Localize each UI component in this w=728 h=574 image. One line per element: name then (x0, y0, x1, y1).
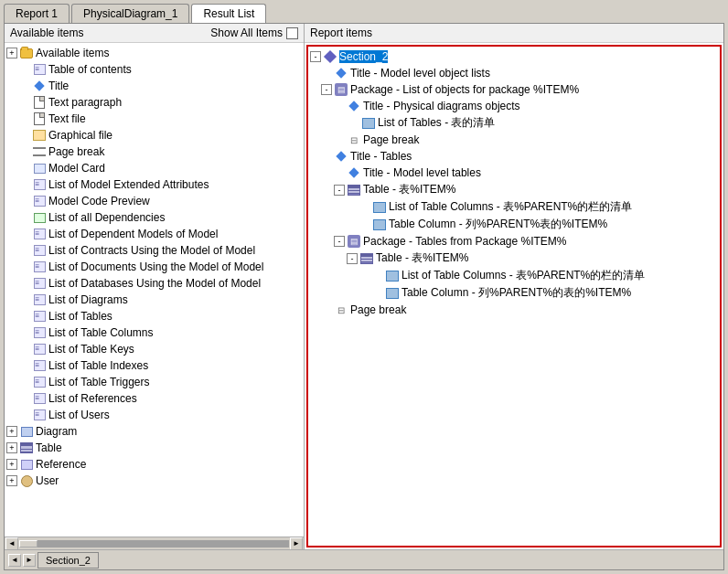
expand-icon[interactable]: - (310, 51, 321, 62)
expand-icon[interactable]: - (321, 84, 332, 95)
list-item[interactable]: List of Dependent Models of Model (5, 226, 304, 242)
list-item[interactable]: List of Users (5, 407, 304, 423)
table-icon (347, 183, 361, 197)
list-item[interactable]: List of Contracts Using the Model of Mod… (5, 242, 304, 259)
left-panel-header: Available items Show All Items (5, 24, 304, 43)
expand-icon[interactable]: - (347, 253, 358, 264)
list-item[interactable]: ⊟ Page break (308, 132, 720, 148)
expand-icon[interactable]: + (6, 48, 17, 58)
item-label: List of Databases Using the Model of Mod… (48, 277, 261, 290)
list-item[interactable]: Title - Model level object lists (308, 65, 720, 81)
scroll-thumb[interactable] (19, 540, 37, 547)
list-item[interactable]: Page break (5, 144, 304, 160)
list-item[interactable]: Table Column - 列%PARENT%的表的%ITEM% (308, 284, 720, 302)
list-item[interactable]: Table of contents (5, 61, 304, 78)
list-item[interactable]: - Table - 表%ITEM% (308, 181, 720, 198)
diagram-icon (19, 424, 34, 439)
tab-physical-diagram[interactable]: PhysicalDiagram_1 (71, 4, 189, 23)
folder-icon (19, 46, 34, 60)
list-icon (32, 309, 47, 324)
list-item[interactable]: List of Table Keys (5, 341, 304, 357)
expand-icon[interactable]: + (6, 426, 17, 437)
item-label: Table Column - 列%PARENT%的表的%ITEM% (401, 285, 631, 301)
left-scroll-bar[interactable]: ◄ ► (5, 537, 304, 549)
show-all-items-checkbox[interactable] (286, 27, 298, 39)
list-icon (32, 391, 47, 406)
item-label: Table - 表%ITEM% (363, 182, 455, 197)
list-item[interactable]: Table Column - 列%PARENT%表的%ITEM% (308, 216, 720, 233)
list-item[interactable]: Model Code Preview (5, 193, 304, 209)
item-label: Title - Physical diagrams objects (363, 100, 520, 112)
item-label: Model Card (48, 162, 105, 175)
tab-report1[interactable]: Report 1 (4, 4, 70, 23)
section-tab[interactable]: Section_2 (37, 552, 99, 569)
item-label: List of Dependent Models of Model (48, 228, 218, 240)
split-pane: Available items Show All Items + Availab… (5, 24, 723, 549)
list-item[interactable]: List of Table Columns (5, 324, 304, 341)
list-icon (32, 194, 47, 208)
scroll-right-btn[interactable]: ► (290, 537, 303, 550)
list-item[interactable]: Title - Model level tables (308, 165, 720, 181)
list-item[interactable]: List of Table Columns - 表%PARENT%的栏的清单 (308, 198, 720, 216)
item-label: Title (48, 80, 69, 92)
scroll-left-arrow[interactable]: ◄ (8, 554, 21, 567)
left-tree[interactable]: + Available items Table of contents (5, 43, 304, 537)
list-item[interactable]: + User (5, 473, 304, 489)
list-item[interactable]: List of Model Extended Attributes (5, 176, 304, 193)
list-item[interactable]: - Section_2 (308, 48, 720, 65)
list-item[interactable]: - Table - 表%ITEM% (308, 250, 720, 267)
list-item[interactable]: - Package - Tables from Package %ITEM% (308, 233, 720, 250)
list-item[interactable]: Text paragraph (5, 94, 304, 111)
expand-icon[interactable]: + (6, 459, 17, 470)
list-item[interactable]: + Available items (5, 45, 304, 61)
list-icon (32, 292, 47, 307)
list-item[interactable]: List of Databases Using the Model of Mod… (5, 275, 304, 292)
right-tree[interactable]: - Section_2 Title - Model level object l… (306, 45, 722, 547)
item-label: Available items (36, 47, 109, 59)
tab-result-list[interactable]: Result List (191, 4, 266, 23)
list-item[interactable]: List of Table Triggers (5, 374, 304, 390)
list-item[interactable]: List of Tables (5, 308, 304, 324)
list-item[interactable]: + Reference (5, 456, 304, 473)
scroll-track[interactable] (19, 540, 289, 547)
list-icon (32, 210, 47, 225)
item-label: Diagram (36, 425, 77, 438)
card-icon (32, 161, 47, 175)
list-item[interactable]: + Table (5, 440, 304, 456)
item-label: Package - List of objects for package %I… (350, 83, 579, 96)
list-item[interactable]: Model Card (5, 160, 304, 176)
list-icon (32, 227, 47, 241)
scroll-left-btn[interactable]: ◄ (5, 537, 18, 550)
list-item[interactable]: List of Tables - 表的清单 (308, 114, 720, 132)
list-item[interactable]: List of Table Indexes (5, 357, 304, 374)
list-item[interactable]: Title - Physical diagrams objects (308, 98, 720, 114)
list-item[interactable]: ⊟ Page break (308, 302, 720, 318)
column-list-icon (385, 269, 400, 283)
package-icon (334, 82, 348, 97)
item-label: Table of contents (48, 63, 132, 76)
expand-icon[interactable]: - (334, 236, 345, 247)
list-item[interactable]: - Package - List of objects for package … (308, 81, 720, 98)
scroll-right-arrow[interactable]: ► (23, 554, 36, 567)
item-label: List of Table Columns - 表%PARENT%的栏的清单 (401, 268, 645, 283)
title-icon (32, 79, 47, 93)
expand-icon[interactable]: + (6, 475, 17, 486)
list-item[interactable]: Text file (5, 111, 304, 127)
list-item[interactable]: List of Documents Using the Model of Mod… (5, 259, 304, 275)
list-item[interactable]: Title - Tables (308, 148, 720, 165)
show-all-items-label: Show All Items (210, 27, 283, 39)
list-item[interactable]: List of References (5, 390, 304, 407)
item-label: List of Diagrams (48, 293, 128, 306)
list-item[interactable]: List of Table Columns - 表%PARENT%的栏的清单 (308, 267, 720, 284)
list-item[interactable]: List of all Dependencies (5, 209, 304, 226)
item-label: Text file (48, 112, 86, 125)
list-item[interactable]: + Diagram (5, 423, 304, 440)
list-item[interactable]: Title (5, 78, 304, 94)
list-item[interactable]: List of Diagrams (5, 292, 304, 308)
list-icon (32, 177, 47, 192)
item-label: Reference (36, 458, 86, 471)
expand-icon[interactable]: - (334, 185, 345, 196)
expand-icon[interactable]: + (6, 442, 17, 453)
pagebreak-icon (32, 144, 47, 159)
list-item[interactable]: Graphical file (5, 127, 304, 144)
